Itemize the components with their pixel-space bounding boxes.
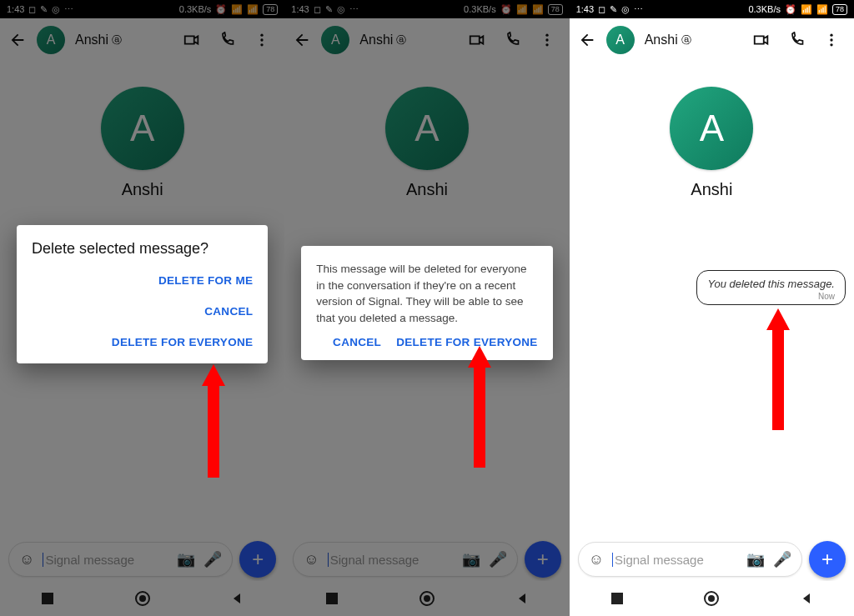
nav-back-button[interactable] [228,589,246,608]
status-netspeed: 0.3KB/s [464,4,496,14]
header-contact-name[interactable]: Anshi [645,33,678,48]
camera-icon[interactable]: 📷 [177,550,195,568]
back-button[interactable] [8,31,27,49]
voice-call-button[interactable] [787,31,806,49]
contact-name: Anshi [122,180,163,199]
circle-icon: ◎ [52,5,60,14]
screenshot-2: 1:43 ◻ ✎ ◎ ⋯ 0.3KB/s ⏰ 📶 📶 78 A Anshi ⓐ [284,0,569,616]
alarm-icon: ⏰ [500,5,512,14]
annotation-arrow-1 [202,364,225,478]
nav-recent-button[interactable] [38,589,57,608]
edit-icon: ✎ [40,5,48,14]
alarm-icon: ⏰ [215,5,227,14]
nav-home-button[interactable] [133,589,152,608]
svg-point-1 [261,38,264,41]
avatar-small[interactable]: A [606,26,635,54]
voice-call-button[interactable] [218,31,236,49]
android-navbar [0,581,284,616]
nav-back-button[interactable] [513,589,531,608]
more-status-icon: ⋯ [64,5,73,14]
wifi-icon: 📶 [816,5,828,14]
emoji-icon[interactable]: ☺ [589,551,604,568]
back-button[interactable] [293,31,311,49]
camera-icon[interactable]: 📷 [462,550,480,568]
battery-icon: 78 [832,4,847,15]
nav-recent-button[interactable] [608,589,626,608]
compose-field[interactable]: ☺ Signal message 📷 🎤 [293,542,517,577]
compose-placeholder: Signal message [328,553,454,567]
header-contact-name[interactable]: Anshi [359,33,393,48]
compose-placeholder: Signal message [612,553,738,567]
mic-icon[interactable]: 🎤 [773,550,791,568]
svg-point-6 [545,34,548,37]
video-call-button[interactable] [468,31,486,49]
menu-button[interactable] [253,31,271,49]
contact-name: Anshi [406,180,448,199]
add-button[interactable]: + [525,541,561,578]
svg-point-12 [830,34,832,37]
emoji-icon[interactable]: ☺ [19,551,34,568]
status-netspeed: 0.3KB/s [179,4,212,14]
emoji-icon[interactable]: ☺ [304,551,319,568]
delete-for-everyone-button[interactable]: DELETE FOR EVERYONE [396,336,537,348]
avatar-large[interactable]: A [670,87,753,170]
delete-for-me-button[interactable]: DELETE FOR ME [158,274,253,287]
svg-point-2 [261,43,264,46]
chat-header: A Anshi ⓐ [284,18,569,62]
verified-icon: ⓐ [396,33,406,48]
delete-for-everyone-button[interactable]: DELETE FOR EVERYONE [112,336,253,348]
cast-icon: ◻ [598,5,605,14]
chat-header: A Anshi ⓐ [570,18,854,62]
compose-field[interactable]: ☺ Signal message 📷 🎤 [8,542,233,577]
svg-rect-9 [326,593,338,604]
mic-icon[interactable]: 🎤 [203,550,222,568]
add-button[interactable]: + [809,541,846,578]
wifi-icon: 📶 [247,5,259,14]
voice-call-button[interactable] [503,31,521,49]
cast-icon: ◻ [28,5,36,14]
deleted-message-text: You deleted this message. [707,278,835,290]
chat-body: A Anshi You deleted this message. Now [570,62,854,541]
confirm-delete-dialog: This message will be deleted for everyon… [301,246,552,360]
back-button[interactable] [578,31,596,49]
mic-icon[interactable]: 🎤 [489,550,507,568]
circle-icon: ◎ [337,5,345,14]
menu-button[interactable] [538,31,556,49]
svg-point-7 [545,38,548,41]
video-call-button[interactable] [752,31,771,49]
nav-home-button[interactable] [418,589,436,608]
avatar-small[interactable]: A [321,26,349,54]
edit-icon: ✎ [325,5,333,14]
signal-icon: 📶 [516,5,528,14]
cancel-button[interactable]: CANCEL [204,305,253,318]
nav-recent-button[interactable] [323,589,341,608]
deleted-message-bubble[interactable]: You deleted this message. Now [696,270,846,305]
svg-rect-15 [611,593,623,604]
delete-dialog: Delete selected message? DELETE FOR ME C… [17,225,268,363]
camera-icon[interactable]: 📷 [746,550,765,568]
compose-field[interactable]: ☺ Signal message 📷 🎤 [578,542,802,577]
compose-placeholder: Signal message [43,553,168,567]
cancel-button[interactable]: CANCEL [333,336,381,348]
svg-point-13 [830,38,832,41]
svg-point-4 [136,592,149,605]
verified-icon: ⓐ [681,33,691,48]
add-button[interactable]: + [239,541,276,578]
menu-button[interactable] [822,31,841,49]
dialog-title: Delete selected message? [32,240,253,258]
android-navbar [570,581,854,616]
header-contact-name[interactable]: Anshi [75,33,108,48]
nav-back-button[interactable] [797,589,816,608]
status-time: 1:43 [576,4,594,14]
compose-bar: ☺ Signal message 📷 🎤 + [0,538,284,581]
dialog-body: This message will be deleted for everyon… [316,261,537,326]
svg-point-8 [545,43,548,46]
avatar-large[interactable]: A [385,87,469,170]
screenshot-1: 1:43 ◻ ✎ ◎ ⋯ 0.3KB/s ⏰ 📶 📶 78 A Anshi ⓐ [0,0,284,616]
cast-icon: ◻ [314,5,321,14]
avatar-small[interactable]: A [37,26,65,54]
avatar-large[interactable]: A [101,87,184,170]
svg-point-5 [139,595,146,602]
nav-home-button[interactable] [702,589,721,608]
video-call-button[interactable] [183,31,201,49]
